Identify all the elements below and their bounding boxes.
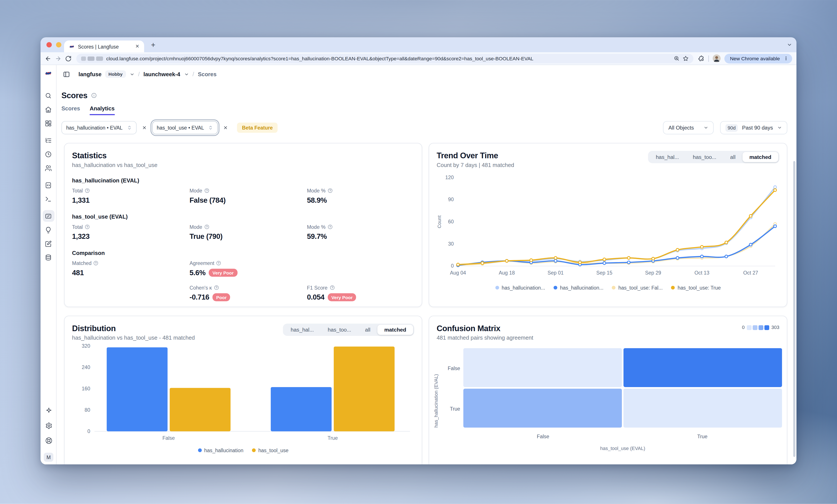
sidebar-item-users[interactable]	[42, 162, 54, 174]
quality-badge: Very Poor	[209, 269, 237, 277]
help-icon[interactable]	[327, 188, 333, 193]
metric-label: Mode	[190, 188, 202, 193]
distribution-tab-hastoo[interactable]: has_too...	[321, 324, 358, 335]
tab-search-chevron-icon[interactable]	[787, 42, 792, 47]
score2-select[interactable]: has_tool_use • EVAL	[152, 121, 218, 134]
sidebar-item-home[interactable]	[42, 104, 54, 115]
date-range-select[interactable]: 90d Past 90 days	[720, 121, 787, 134]
forward-icon[interactable]	[55, 55, 61, 61]
panel-left-toggle-icon[interactable]	[63, 71, 70, 77]
scale-swatch	[764, 325, 769, 330]
metric-mode-: Mode %59.7%	[307, 224, 414, 241]
sidebar-item-sessions[interactable]	[42, 148, 54, 160]
svg-text:Sep 01: Sep 01	[548, 270, 564, 276]
sidebar-item-scores[interactable]	[42, 210, 54, 222]
breadcrumb-section[interactable]: Scores	[198, 71, 217, 77]
bookmark-star-icon[interactable]	[683, 56, 689, 61]
info-icon[interactable]	[91, 93, 96, 98]
breadcrumb-project[interactable]: launchweek-4	[143, 71, 180, 77]
object-type-select[interactable]: All Objects	[663, 121, 714, 134]
legend-item[interactable]: has_tool_use	[252, 447, 289, 453]
sidebar-item-dashboards[interactable]	[42, 117, 54, 129]
help-icon[interactable]	[327, 224, 333, 229]
legend-label: has_hallucination...	[502, 285, 545, 291]
minimize-window-button[interactable]	[56, 42, 61, 47]
score1-select[interactable]: has_hallucination • EVAL	[61, 121, 137, 134]
sidebar-item-settings[interactable]	[43, 419, 54, 431]
help-icon[interactable]	[216, 261, 221, 266]
matrix-cell-true-true[interactable]	[623, 389, 782, 428]
legend-item[interactable]: has_hallucination	[198, 447, 243, 453]
zoom-in-icon[interactable]	[674, 56, 680, 61]
matrix-cell-true-false[interactable]	[463, 389, 622, 428]
help-icon[interactable]	[330, 285, 334, 290]
browser-profile-avatar[interactable]	[713, 54, 721, 62]
help-icon[interactable]	[204, 224, 209, 229]
sidebar-item-playground[interactable]	[42, 193, 54, 205]
sidebar-item-prompts[interactable]	[42, 179, 54, 191]
distribution-title: Distribution	[72, 324, 195, 333]
remove-score1-icon[interactable]	[142, 125, 146, 130]
browser-menu-dots-icon[interactable]	[784, 56, 788, 61]
distribution-card: Distribution has_hallucination vs has_to…	[64, 316, 422, 464]
chevron-down-icon[interactable]	[184, 72, 189, 76]
browser-tab[interactable]: Scores | Langfuse ✕	[64, 40, 144, 52]
breadcrumb-org[interactable]: langfuse	[78, 71, 102, 77]
quality-badge: Very Poor	[327, 293, 356, 301]
legend-label: has_hallucination...	[560, 285, 603, 291]
metric-total: Total1,323	[72, 224, 190, 241]
address-bar[interactable]: cloud.langfuse.com/project/cmhnuoj660007…	[76, 54, 694, 63]
help-icon[interactable]	[94, 261, 99, 266]
new-tab-button[interactable]: +	[148, 40, 158, 50]
sidebar-item-datasets[interactable]	[42, 252, 54, 263]
breadcrumb-separator: /	[138, 71, 140, 77]
trend-tab-hashal[interactable]: has_hal...	[649, 152, 686, 162]
distribution-tab-all[interactable]: all	[358, 324, 377, 335]
evaluators-icon	[45, 226, 52, 234]
trend-tab-matched[interactable]: matched	[743, 152, 778, 162]
sidebar-item-tracing[interactable]	[42, 134, 54, 146]
chrome-update-badge[interactable]: New Chrome available	[725, 54, 792, 63]
tab-scores[interactable]: Scores	[61, 105, 80, 115]
distribution-tab-matched[interactable]: matched	[377, 324, 413, 335]
help-icon[interactable]	[85, 188, 90, 193]
matrix-x-axis-label: has_tool_use (EVAL)	[463, 446, 782, 451]
legend-item[interactable]: has_tool_use: Fal...	[612, 285, 663, 291]
chrome-update-label: New Chrome available	[730, 56, 780, 61]
extensions-puzzle-icon[interactable]	[698, 55, 705, 61]
legend-item[interactable]: has_hallucination...	[495, 285, 545, 291]
metric-label: Total	[72, 224, 83, 230]
help-icon[interactable]	[214, 285, 219, 290]
sidebar-item-annotation[interactable]	[42, 238, 54, 249]
trend-tab-hastoo[interactable]: has_too...	[686, 152, 723, 162]
help-icon[interactable]	[204, 188, 209, 193]
tab-close-icon[interactable]: ✕	[135, 44, 139, 49]
matrix-cell-false-true[interactable]	[623, 348, 782, 387]
remove-score2-icon[interactable]	[223, 125, 228, 130]
distribution-tab-hashal[interactable]: has_hal...	[284, 324, 321, 335]
sidebar-item-evaluators[interactable]	[42, 224, 54, 236]
sidebar-item-whats-new[interactable]	[43, 405, 54, 416]
sidebar-item-search[interactable]	[42, 90, 54, 101]
sidebar-item-support[interactable]	[43, 434, 54, 446]
metric-total: Total1,331	[72, 188, 190, 204]
reload-icon[interactable]	[65, 55, 71, 61]
back-icon[interactable]	[45, 55, 51, 61]
help-icon[interactable]	[85, 224, 90, 229]
trend-tab-all[interactable]: all	[723, 152, 743, 162]
desktop: Scores | Langfuse ✕ + cloud.langfuse.com…	[0, 0, 837, 504]
langfuse-logo-icon[interactable]	[44, 69, 52, 77]
content-scrollbar[interactable]	[793, 161, 795, 457]
tab-analytics[interactable]: Analytics	[90, 105, 115, 115]
legend-item[interactable]: has_hallucination...	[554, 285, 604, 291]
chevron-down-icon[interactable]	[129, 72, 134, 76]
home-icon	[45, 106, 52, 113]
metric-f1-score: F1 Score0.054Very Poor	[307, 285, 414, 301]
close-window-button[interactable]	[47, 42, 52, 47]
user-avatar[interactable]: M	[44, 453, 53, 462]
svg-text:0: 0	[451, 263, 454, 269]
filter-row: has_hallucination • EVAL has_tool_use • …	[61, 121, 787, 134]
matrix-cell-false-false[interactable]	[463, 348, 622, 387]
legend-dot-icon	[252, 448, 256, 452]
legend-item[interactable]: has_tool_use: True	[671, 285, 720, 291]
